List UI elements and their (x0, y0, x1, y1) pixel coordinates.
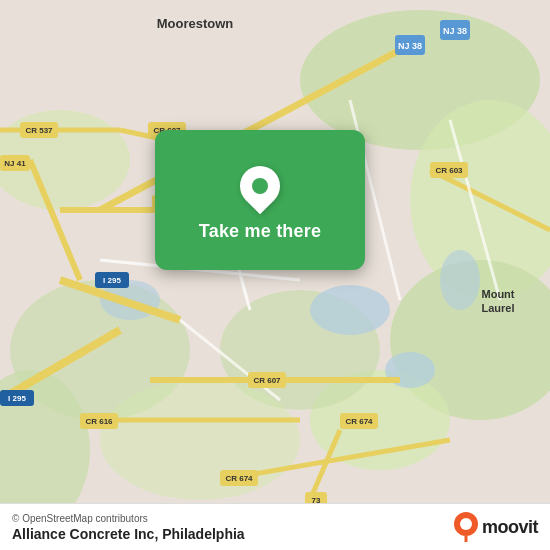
svg-text:Mount: Mount (482, 288, 515, 300)
bottom-bar: © OpenStreetMap contributors Alliance Co… (0, 503, 550, 550)
take-me-there-button[interactable]: Take me there (199, 221, 321, 242)
bottom-bar-left: © OpenStreetMap contributors Alliance Co… (12, 513, 245, 542)
map-background: NJ 38 NJ 38 CR 537 CR 607 NJ 38 NJ 41 I … (0, 0, 550, 550)
svg-text:NJ 38: NJ 38 (398, 41, 422, 51)
svg-point-63 (460, 518, 472, 530)
location-name: Alliance Concrete Inc, Philadelphia (12, 526, 245, 542)
popup-card[interactable]: Take me there (155, 130, 365, 270)
svg-text:Laurel: Laurel (481, 302, 514, 314)
svg-text:NJ 41: NJ 41 (4, 159, 26, 168)
svg-text:CR 537: CR 537 (25, 126, 53, 135)
map-attribution: © OpenStreetMap contributors (12, 513, 245, 524)
svg-text:NJ 38: NJ 38 (443, 26, 467, 36)
svg-text:CR 603: CR 603 (435, 166, 463, 175)
svg-point-8 (100, 380, 300, 500)
svg-text:CR 674: CR 674 (345, 417, 373, 426)
svg-text:CR 674: CR 674 (225, 474, 253, 483)
svg-point-12 (440, 250, 480, 310)
svg-text:CR 616: CR 616 (85, 417, 113, 426)
map-container: NJ 38 NJ 38 CR 537 CR 607 NJ 38 NJ 41 I … (0, 0, 550, 550)
svg-text:CR 607: CR 607 (253, 376, 281, 385)
svg-point-10 (310, 285, 390, 335)
svg-text:Moorestown: Moorestown (157, 16, 234, 31)
svg-text:I 295: I 295 (103, 276, 121, 285)
moovit-brand-text: moovit (482, 517, 538, 538)
location-pin-icon (238, 159, 282, 213)
moovit-pin-icon (454, 512, 478, 542)
moovit-logo: moovit (454, 512, 538, 542)
svg-text:I 295: I 295 (8, 394, 26, 403)
